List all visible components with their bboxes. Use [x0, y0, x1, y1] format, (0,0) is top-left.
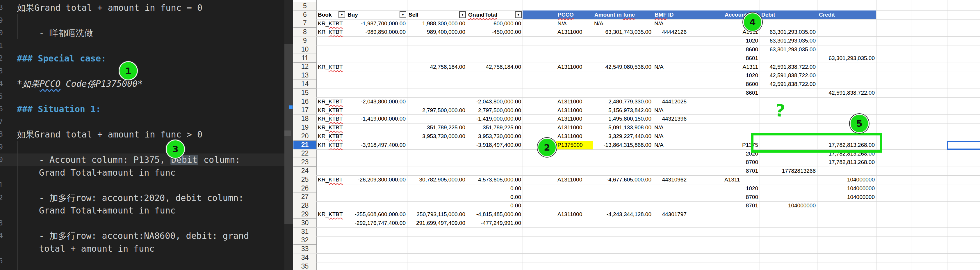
cell-buy-16[interactable]: -2,043,800,000.00: [346, 97, 407, 106]
cell-amt-20[interactable]: 3,329,227,440.00: [593, 132, 653, 141]
cell-book-7[interactable]: KR_KTBT: [317, 19, 346, 28]
cell-pcco-25[interactable]: A1311000: [556, 175, 593, 184]
row-header-26[interactable]: 26: [293, 184, 317, 193]
cell-gt-16[interactable]: -2,043,800,000.00: [467, 97, 523, 106]
markdown-editor-pane[interactable]: 8910111213141516171819202122232425 如果Gra…: [0, 0, 293, 270]
cell-acct-11[interactable]: 8601: [723, 54, 760, 62]
cell-amt-16[interactable]: 2,480,779,330.00: [593, 97, 653, 106]
cell-bmf-8[interactable]: 44442126: [653, 28, 688, 37]
cell-book-20[interactable]: KR_KTBT: [317, 132, 346, 141]
cell-bmf-20[interactable]: N/A: [653, 132, 688, 141]
cell-bmf-25[interactable]: 44310962: [653, 175, 688, 184]
cell-sell-20[interactable]: 3,953,730,000.00: [407, 132, 467, 141]
cell-debit-8[interactable]: 63,301,293,035.00: [760, 28, 817, 37]
row-header-25[interactable]: 25: [293, 175, 317, 184]
column-header-gt[interactable]: GrandTotal: [467, 11, 523, 19]
cell-amt-7[interactable]: N/A: [593, 19, 653, 28]
cell-gt-18[interactable]: -1,419,000,000.00: [467, 115, 523, 123]
cell-gt-12[interactable]: 42,758,184.00: [467, 62, 523, 71]
cell-amt-17[interactable]: 5,156,973,842.00: [593, 106, 653, 115]
cell-pcco-7[interactable]: N/A: [556, 19, 593, 28]
cell-acct-9[interactable]: 1020: [723, 37, 760, 45]
row-header-32[interactable]: 32: [293, 236, 317, 245]
cell-amt-21[interactable]: -13,864,315,868.00: [593, 141, 653, 149]
cell-acct-28[interactable]: 8701: [723, 201, 760, 210]
row-header-16[interactable]: 16: [293, 97, 317, 106]
row-header-24[interactable]: 24: [293, 166, 317, 175]
cell-gt-26[interactable]: 0.00: [467, 184, 523, 193]
cell-gt-29[interactable]: -4,815,485,000.00: [467, 210, 523, 219]
cell-acct-24[interactable]: 8701: [723, 166, 760, 175]
cell-buy-21[interactable]: -3,918,497,400.00: [346, 141, 407, 149]
cell-debit-14[interactable]: 42,591,838,722.00: [760, 80, 817, 89]
cell-book-29[interactable]: KR_KTBT: [317, 210, 346, 219]
filter-dropdown-button-sell[interactable]: ▼: [459, 11, 466, 18]
column-header-amt[interactable]: Amount in func: [594, 11, 635, 19]
row-header-21[interactable]: 21: [293, 141, 317, 149]
cell-debit-24[interactable]: 17782813268: [760, 166, 817, 175]
filter-dropdown-button-book[interactable]: ▼: [339, 11, 345, 18]
cell-bmf-19[interactable]: N/A: [653, 123, 688, 132]
cell-gt-20[interactable]: 3,953,730,000.00: [467, 132, 523, 141]
cell-credit-27[interactable]: 104000000: [817, 193, 876, 201]
cell-amt-19[interactable]: 5,091,133,908.00: [593, 123, 653, 132]
column-header-credit[interactable]: Credit: [819, 11, 835, 19]
cell-pcco-16[interactable]: A1311000: [556, 97, 593, 106]
cell-bmf-17[interactable]: N/A: [653, 106, 688, 115]
row-header-11[interactable]: 11: [293, 54, 317, 62]
cell-sell-17[interactable]: 2,797,500,000.00: [407, 106, 467, 115]
cell-gt-27[interactable]: 0.00: [467, 193, 523, 201]
cell-debit-10[interactable]: 63,301,293,035.00: [760, 45, 817, 54]
filter-dropdown-button-buy[interactable]: ▼: [399, 11, 406, 18]
cell-buy-18[interactable]: -1,419,000,000.00: [346, 115, 407, 123]
cell-gt-17[interactable]: 2,797,500,000.00: [467, 106, 523, 115]
cell-gt-8[interactable]: -450,000.00: [467, 28, 523, 37]
column-header-buy[interactable]: Buy: [346, 11, 407, 19]
cell-gt-7[interactable]: 600,000.00: [467, 19, 523, 28]
cell-book-16[interactable]: KR_KTBT: [317, 97, 346, 106]
cell-book-25[interactable]: KR_KTBT: [317, 175, 346, 184]
cell-amt-12[interactable]: 42,549,080,538.00: [593, 62, 653, 71]
cell-bmf-18[interactable]: 44321396: [653, 115, 688, 123]
cell-credit-26[interactable]: 104000000: [817, 184, 876, 193]
cell-pcco-17[interactable]: A1311000: [556, 106, 593, 115]
cell-credit-15[interactable]: 42,591,838,722.00: [817, 89, 876, 97]
row-header-33[interactable]: 33: [293, 244, 317, 253]
cell-acct-25[interactable]: A1311: [723, 175, 760, 184]
row-header-9[interactable]: 9: [293, 37, 317, 45]
cell-buy-25[interactable]: -26,209,300,000.00: [346, 175, 407, 184]
cell-acct-26[interactable]: 1020: [723, 184, 760, 193]
cell-credit-11[interactable]: 63,301,293,035.00: [817, 54, 876, 62]
cell-sell-7[interactable]: 1,988,300,000.00: [407, 19, 467, 28]
row-header-10[interactable]: 10: [293, 45, 317, 54]
row-header-31[interactable]: 31: [293, 227, 317, 236]
row-header-19[interactable]: 19: [293, 123, 317, 132]
row-header-18[interactable]: 18: [293, 115, 317, 123]
cell-credit-23[interactable]: 17,782,813,268.00: [817, 158, 876, 166]
row-header-5[interactable]: 5: [293, 2, 317, 11]
column-header-debit[interactable]: Debit: [761, 11, 775, 19]
cell-debit-12[interactable]: 42,591,838,722.00: [760, 62, 817, 71]
cell-gt-30[interactable]: -477,249,991.00: [467, 219, 523, 227]
filter-dropdown-button-gt[interactable]: ▼: [515, 11, 522, 18]
cell-amt-25[interactable]: -4,677,605,000.00: [593, 175, 653, 184]
cell-acct-27[interactable]: 8700: [723, 193, 760, 201]
cell-buy-8[interactable]: -989,850,000.00: [346, 28, 407, 37]
cell-pcco-12[interactable]: A1311000: [556, 62, 593, 71]
row-header-15[interactable]: 15: [293, 89, 317, 97]
row-header-20[interactable]: 20: [293, 132, 317, 141]
cell-credit-25[interactable]: 104000000: [817, 175, 876, 184]
cell-acct-12[interactable]: A1311: [723, 62, 760, 71]
editor-scrollbar[interactable]: [285, 0, 293, 270]
cell-acct-13[interactable]: 1020: [723, 71, 760, 80]
cell-sell-8[interactable]: 989,400,000.00: [407, 28, 467, 37]
cell-debit-28[interactable]: 104000000: [760, 201, 817, 210]
cell-sell-29[interactable]: 250,793,115,000.00: [407, 210, 467, 219]
cell-amt-29[interactable]: -4,243,344,128.00: [593, 210, 653, 219]
cell-bmf-12[interactable]: N/A: [653, 62, 688, 71]
cell-debit-9[interactable]: 63,301,293,035.00: [760, 37, 817, 45]
cell-bmf-16[interactable]: 44412025: [653, 97, 688, 106]
row-header-13[interactable]: 13: [293, 71, 317, 80]
cell-sell-19[interactable]: 351,789,225.00: [407, 123, 467, 132]
cell-book-19[interactable]: KR_KTBT: [317, 123, 346, 132]
